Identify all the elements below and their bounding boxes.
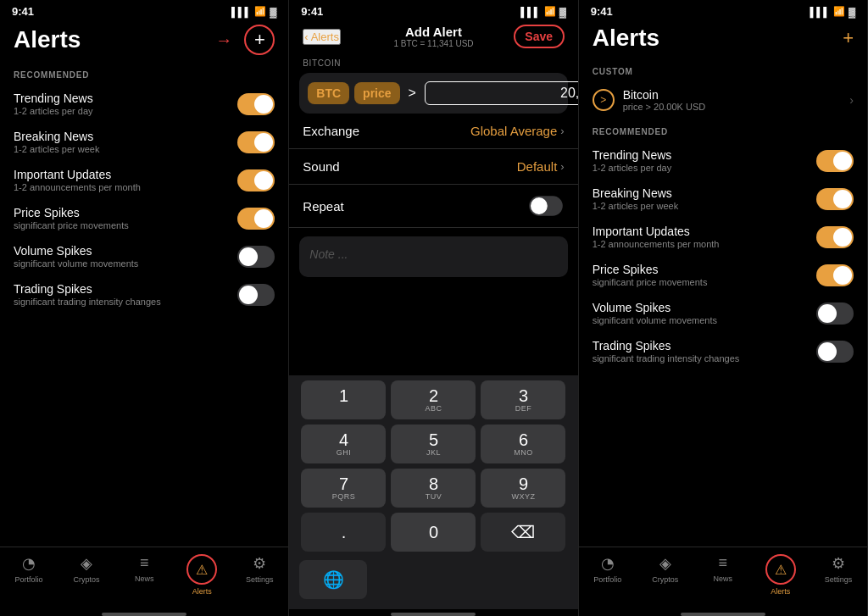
battery-icon-3: ▓ [849, 7, 855, 17]
status-bar-2: 9:41 ▌▌▌ 📶 ▓ [289, 0, 577, 21]
toggle-thumb-4 [239, 247, 258, 266]
alerts-header-3: Alerts + [579, 21, 867, 58]
alerts-badge: ⚠ [186, 554, 217, 585]
tab-alerts-3[interactable]: ⚠ Alerts [752, 554, 810, 596]
back-label: Alerts [311, 31, 339, 43]
status-bar-3: 9:41 ▌▌▌ 📶 ▓ [579, 0, 867, 21]
status-time-1: 9:41 [12, 5, 34, 18]
alert-name-0: Trending News [14, 92, 93, 105]
alert-info-2: Important Updates 1-2 announcements per … [14, 168, 141, 192]
custom-item-0[interactable]: > Bitcoin price > 20.00K USD › [579, 81, 867, 119]
p3-alert-desc-1: 1-2 articles per week [593, 201, 679, 211]
tab-portfolio-3[interactable]: ◔ Portfolio [579, 554, 637, 596]
exchange-value-text: Global Average [470, 124, 557, 138]
save-button[interactable]: Save [514, 25, 565, 48]
alert-toggle-0[interactable] [237, 93, 275, 115]
panel-alerts-list: 9:41 ▌▌▌ 📶 ▓ Alerts → + RECOMMENDED Tren… [0, 0, 289, 616]
p3-alert-toggle-2[interactable] [816, 226, 854, 248]
tab-cryptos-3[interactable]: ◈ Cryptos [637, 554, 694, 596]
panel-alerts-with-custom: 9:41 ▌▌▌ 📶 ▓ Alerts + CUSTOM > Bitcoin p… [579, 0, 868, 616]
p3-alert-toggle-3[interactable] [816, 264, 854, 286]
key-8[interactable]: 8TUV [391, 469, 476, 508]
alert-toggle-2[interactable] [237, 169, 275, 191]
key-4[interactable]: 4GHI [301, 425, 386, 463]
p3-alert-row-4: Volume Spikes significant volume movemen… [579, 294, 867, 332]
alert-desc-5: significant trading intensity changes [14, 297, 161, 307]
signal-icon-3: ▌▌▌ [810, 7, 830, 17]
p3-alert-toggle-5[interactable] [816, 341, 854, 363]
tab-settings-1[interactable]: ⚙ Settings [231, 554, 288, 596]
p3-alert-desc-3: significant price movements [593, 277, 708, 287]
custom-chevron-icon-0: › [849, 93, 854, 107]
back-button[interactable]: ‹ Alerts [303, 29, 341, 45]
tab-news-1[interactable]: ≡ News [115, 554, 173, 596]
p3-alert-toggle-4[interactable] [816, 302, 854, 325]
alert-toggle-3[interactable] [237, 208, 275, 230]
field-badge[interactable]: price [354, 82, 399, 104]
alerts-header-1: Alerts → + [0, 21, 288, 62]
key-6[interactable]: 6MNO [481, 425, 565, 463]
add-alert-title-block: Add Alert 1 BTC = 11,341 USD [393, 25, 473, 48]
section-custom-label: CUSTOM [579, 58, 867, 81]
key-row-2: 4GHI 5JKL 6MNO [292, 425, 574, 463]
key-3[interactable]: 3DEF [481, 380, 565, 419]
p3-alert-info-2: Important Updates 1-2 announcements per … [593, 225, 720, 249]
key-1[interactable]: 1 [301, 380, 386, 419]
repeat-toggle[interactable] [529, 196, 563, 215]
p3-alert-name-1: Breaking News [593, 186, 679, 200]
key-9[interactable]: 9WXYZ [481, 469, 565, 508]
tab-settings-3[interactable]: ⚙ Settings [810, 554, 867, 596]
key-row-1: 1 2ABC 3DEF [292, 380, 574, 419]
tab-portfolio-1[interactable]: ◔ Portfolio [0, 554, 58, 596]
p3-alert-info-4: Volume Spikes significant volume movemen… [593, 301, 717, 325]
tab-cryptos-1[interactable]: ◈ Cryptos [58, 554, 115, 596]
p3-alert-row-2: Important Updates 1-2 announcements per … [579, 218, 867, 256]
exchange-value: Global Average › [470, 124, 565, 138]
coin-badge[interactable]: BTC [308, 82, 349, 104]
key-row-3: 7PQRS 8TUV 9WXYZ [292, 469, 574, 508]
add-alert-header: ‹ Alerts Add Alert 1 BTC = 11,341 USD Sa… [289, 21, 577, 55]
key-5[interactable]: 5JKL [391, 425, 476, 463]
p3-toggle-thumb-1 [833, 190, 852, 208]
exchange-row[interactable]: Exchange Global Average › [289, 114, 577, 149]
cryptos-icon: ◈ [81, 554, 92, 573]
tab-alerts-1[interactable]: ⚠ Alerts [173, 554, 231, 596]
p3-alert-toggle-0[interactable] [816, 150, 854, 172]
page-title-3: Alerts [593, 25, 659, 52]
add-alert-button-3[interactable]: + [843, 27, 854, 49]
p3-alert-name-0: Trending News [593, 148, 672, 162]
key-dot[interactable]: . [301, 513, 386, 552]
p3-alert-toggle-1[interactable] [816, 188, 854, 210]
sound-value-text: Default [517, 159, 558, 174]
custom-info-0: Bitcoin price > 20.00K USD [623, 88, 706, 112]
tab-label-alerts-1: Alerts [192, 587, 212, 596]
value-input[interactable] [425, 81, 579, 105]
p3-alert-row-1: Breaking News 1-2 articles per week [579, 180, 867, 218]
key-2[interactable]: 2ABC [391, 380, 476, 419]
p3-toggle-thumb-3 [833, 266, 852, 285]
note-input-box[interactable]: Note ... [299, 236, 567, 277]
key-7[interactable]: 7PQRS [301, 469, 386, 508]
alert-toggle-4[interactable] [237, 246, 275, 268]
toggle-thumb-1 [254, 133, 273, 152]
custom-left-0: > Bitcoin price > 20.00K USD [593, 88, 706, 112]
key-backspace[interactable]: ⌫ [481, 513, 565, 552]
alert-info-0: Trending News 1-2 articles per day [14, 92, 93, 116]
arrow-right-icon: → [215, 31, 232, 50]
alert-list: Trending News 1-2 articles per day Break… [0, 85, 288, 314]
add-alert-button[interactable]: + [244, 25, 275, 55]
news-icon-3: ≡ [719, 554, 728, 572]
alert-info-5: Trading Spikes significant trading inten… [14, 282, 161, 307]
tab-news-3[interactable]: ≡ News [694, 554, 752, 596]
condition-row: BTC price > USD [299, 73, 567, 114]
alert-toggle-5[interactable] [237, 284, 275, 306]
alert-toggle-1[interactable] [237, 131, 275, 153]
settings-icon: ⚙ [253, 554, 266, 573]
tab-label-cryptos-3: Cryptos [652, 575, 678, 584]
status-time-3: 9:41 [591, 5, 613, 18]
globe-button[interactable]: 🌐 [299, 560, 367, 599]
sound-row[interactable]: Sound Default › [289, 149, 577, 185]
p3-alert-desc-4: significant volume movements [593, 315, 717, 325]
key-0[interactable]: 0 [391, 513, 476, 552]
p3-alert-name-5: Trading Spikes [593, 339, 740, 352]
